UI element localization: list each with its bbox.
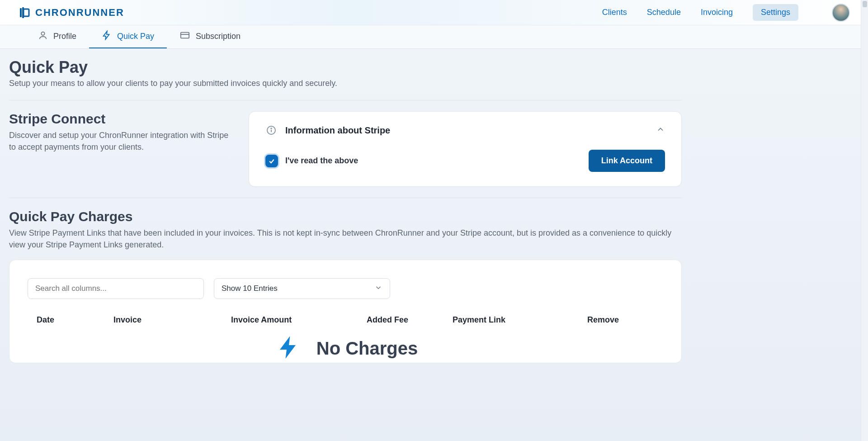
tab-subscription-label: Subscription bbox=[196, 32, 241, 41]
th-invoice-amount[interactable]: Invoice Amount bbox=[231, 313, 367, 327]
search-input[interactable] bbox=[28, 278, 204, 299]
ack-checkbox[interactable] bbox=[265, 155, 278, 167]
charges-empty-title: No Charges bbox=[316, 338, 418, 359]
top-nav: Clients Schedule Invoicing Settings bbox=[602, 4, 850, 22]
tab-quick-pay[interactable]: Quick Pay bbox=[89, 25, 167, 48]
settings-tabs: Profile Quick Pay Subscription bbox=[0, 25, 868, 49]
stripe-title: Stripe Connect bbox=[9, 111, 235, 127]
scrollbar[interactable] bbox=[861, 0, 868, 441]
page-size-select[interactable]: Show 10 Entries bbox=[214, 278, 390, 299]
stripe-info-title: Information about Stripe bbox=[285, 125, 390, 136]
ack-label: I've read the above bbox=[285, 156, 358, 166]
charges-table-header: Date Invoice Invoice Amount Added Fee Pa… bbox=[28, 313, 663, 327]
th-added-fee[interactable]: Added Fee bbox=[367, 313, 453, 327]
charges-empty: No Charges bbox=[28, 327, 663, 363]
th-date[interactable]: Date bbox=[37, 313, 113, 327]
charges-title: Quick Pay Charges bbox=[9, 209, 682, 224]
nav-schedule[interactable]: Schedule bbox=[647, 8, 681, 17]
page-subtitle: Setup your means to allow your clients t… bbox=[9, 79, 682, 88]
charges-desc: View Stripe Payment Links that have been… bbox=[9, 227, 682, 251]
svg-point-8 bbox=[271, 128, 272, 129]
logo-text: CHRONRUNNER bbox=[35, 7, 124, 19]
th-invoice[interactable]: Invoice bbox=[113, 313, 231, 327]
card-icon bbox=[179, 30, 190, 43]
stripe-section: Stripe Connect Discover and setup your C… bbox=[9, 111, 682, 187]
logo-mark-icon bbox=[17, 5, 33, 21]
th-remove[interactable]: Remove bbox=[552, 313, 654, 327]
svg-rect-0 bbox=[20, 8, 22, 17]
bolt-large-icon bbox=[273, 334, 305, 363]
nav-clients[interactable]: Clients bbox=[602, 8, 627, 17]
charges-card: Show 10 Entries Date Invoice Invoice Amo… bbox=[9, 260, 682, 363]
info-icon bbox=[265, 124, 277, 136]
stripe-desc: Discover and setup your ChronRunner inte… bbox=[9, 129, 231, 153]
tab-quick-pay-label: Quick Pay bbox=[117, 32, 154, 41]
nav-invoicing[interactable]: Invoicing bbox=[701, 8, 733, 17]
page-size-label: Show 10 Entries bbox=[222, 284, 278, 293]
svg-rect-4 bbox=[181, 33, 189, 38]
avatar[interactable] bbox=[832, 4, 850, 22]
chevron-down-icon bbox=[374, 284, 382, 294]
nav-settings[interactable]: Settings bbox=[753, 4, 798, 21]
divider bbox=[9, 100, 682, 100]
logo[interactable]: CHRONRUNNER bbox=[17, 5, 124, 21]
svg-rect-2 bbox=[24, 9, 29, 16]
svg-point-3 bbox=[41, 32, 44, 35]
topbar: CHRONRUNNER Clients Schedule Invoicing S… bbox=[0, 0, 868, 25]
th-payment-link[interactable]: Payment Link bbox=[453, 313, 552, 327]
page-title: Quick Pay bbox=[9, 58, 682, 77]
tab-profile[interactable]: Profile bbox=[25, 25, 89, 48]
tab-subscription[interactable]: Subscription bbox=[167, 25, 253, 48]
tab-profile-label: Profile bbox=[53, 32, 76, 41]
link-account-button[interactable]: Link Account bbox=[589, 150, 665, 172]
user-icon bbox=[38, 30, 48, 43]
content: Quick Pay Setup your means to allow your… bbox=[0, 49, 691, 390]
bolt-icon bbox=[102, 30, 112, 43]
divider-2 bbox=[9, 198, 682, 198]
chevron-up-icon bbox=[656, 125, 665, 136]
stripe-info-toggle[interactable]: Information about Stripe bbox=[265, 124, 665, 136]
stripe-card: Information about Stripe I've read the a… bbox=[249, 111, 682, 187]
